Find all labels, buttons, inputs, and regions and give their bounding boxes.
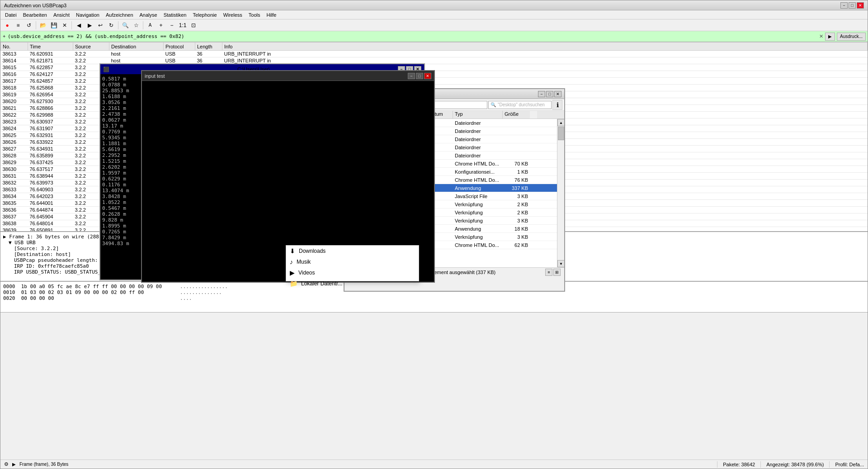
- file-type: Anwendung: [453, 185, 503, 191]
- menu-bar: Datei Bearbeiten Ansicht Navigation Aufz…: [0, 10, 868, 19]
- menu-navigation[interactable]: Navigation: [73, 11, 102, 19]
- filter-input[interactable]: [8, 33, 411, 41]
- menu-tools[interactable]: Tools: [246, 11, 263, 19]
- scroll-thumb[interactable]: [558, 127, 564, 140]
- col-len[interactable]: Length: [195, 43, 222, 51]
- info-icon-btn[interactable]: ℹ: [552, 100, 562, 110]
- toolbar-sep4: [143, 21, 143, 29]
- input-title-btns: − □ ✕: [408, 73, 431, 79]
- explorer-minimize-btn[interactable]: −: [538, 91, 545, 97]
- explorer-view-btns: ≡ ⊞: [545, 269, 561, 276]
- input-minimize-btn[interactable]: −: [408, 73, 415, 79]
- filter-label: ✦: [2, 34, 6, 39]
- explorer-search-box[interactable]: 🔍 "Desktop" durchsuchen: [488, 101, 552, 109]
- filter-bar: ✦ ✕ ▶ Ausdruck...: [0, 31, 868, 42]
- status-displayed: Angezeigt: 38478 (99.6%): [766, 462, 824, 467]
- file-size: 3 KB: [503, 218, 530, 224]
- file-type: Verknüpfung: [453, 218, 503, 224]
- toolbar-back-btn[interactable]: ◀: [74, 20, 84, 30]
- filter-ausdruck-btn[interactable]: Ausdruck...: [837, 33, 866, 41]
- toolbar-zoom-reset-btn[interactable]: 1:1: [178, 20, 188, 30]
- menu-analyse[interactable]: Analyse: [137, 11, 160, 19]
- scroll-placeholder: [530, 111, 537, 118]
- dropdown-icon: ♪: [290, 258, 293, 265]
- file-type: Dateiordner: [453, 136, 503, 142]
- scroll-down-btn[interactable]: ▼: [557, 260, 564, 267]
- menu-telephonie[interactable]: Telephonie: [190, 11, 219, 19]
- menu-datei[interactable]: Datei: [2, 11, 19, 19]
- menu-ansicht[interactable]: Ansicht: [51, 11, 72, 19]
- input-close-btn[interactable]: ✕: [424, 73, 431, 79]
- hex-left: 0000 1b 00 a0 05 fc ae 8c e7 ff ff 00 00…: [3, 284, 162, 310]
- toolbar-restart-btn[interactable]: ↺: [24, 20, 34, 30]
- toolbar-goto-btn[interactable]: ↩: [95, 20, 105, 30]
- file-type: Verknüpfung: [453, 201, 503, 208]
- view-detail-btn[interactable]: ⊞: [553, 269, 561, 276]
- status-ready: ▶: [12, 462, 16, 467]
- file-size: [503, 139, 530, 140]
- col-proto[interactable]: Protocol: [164, 43, 195, 51]
- col-header-type[interactable]: Typ: [453, 111, 503, 118]
- maximize-button[interactable]: □: [849, 2, 856, 9]
- explorer-scrollbar[interactable]: ▲ ▼: [557, 119, 564, 267]
- app-title: Aufzeichnen von USBPcap3: [4, 3, 66, 8]
- file-type: JavaScript File: [453, 193, 503, 199]
- view-list-btn[interactable]: ≡: [545, 269, 552, 276]
- explorer-close-btn[interactable]: ✕: [554, 91, 561, 97]
- table-row[interactable]: 38613 76.620931 3.2.2 host USB 36 URB_IN…: [1, 51, 868, 57]
- toolbar-close-btn[interactable]: ✕: [60, 20, 70, 30]
- toolbar-stop-btn[interactable]: ■: [13, 20, 23, 30]
- toolbar-sep3: [118, 21, 118, 29]
- file-type: Verknüpfung: [453, 209, 503, 216]
- file-size: 76 KB: [503, 177, 530, 183]
- dropdown-item[interactable]: 📁Lokaler Datentr...: [286, 278, 419, 289]
- file-type: Chrome HTML Do...: [453, 161, 503, 167]
- scroll-up-btn[interactable]: ▲: [557, 119, 564, 126]
- toolbar-colorize-btn[interactable]: A: [145, 20, 155, 30]
- explorer-maximize-btn[interactable]: □: [546, 91, 553, 97]
- dropdown-label: Musik: [297, 259, 311, 265]
- menu-statistiken[interactable]: Statistiken: [161, 11, 189, 19]
- file-size: 62 KB: [503, 242, 530, 248]
- menu-hilfe[interactable]: Hilfe: [264, 11, 279, 19]
- col-dest[interactable]: Destination: [109, 43, 164, 51]
- col-info[interactable]: Info: [222, 43, 868, 51]
- file-type: Dateiordner: [453, 152, 503, 159]
- col-source[interactable]: Source: [73, 43, 109, 51]
- status-frame-info: Frame (frame), 36 Bytes: [19, 462, 68, 467]
- toolbar-zoom-in-btn[interactable]: +: [156, 20, 166, 30]
- input-maximize-btn[interactable]: □: [416, 73, 423, 79]
- dropdown-icon: 📁: [290, 280, 297, 287]
- filter-apply-btn[interactable]: ▶: [825, 33, 835, 41]
- search-icon: 🔍: [491, 102, 496, 107]
- dropdown-label: Videos: [298, 270, 315, 276]
- toolbar-find-btn[interactable]: 🔍: [120, 20, 130, 30]
- dropdown-item[interactable]: ⬇Downloads: [286, 246, 419, 256]
- close-button[interactable]: ✕: [857, 2, 864, 9]
- file-type: Dateiordner: [453, 120, 503, 126]
- toolbar-resize-btn[interactable]: ⊡: [189, 20, 198, 30]
- dropdown-icon: ⬇: [290, 247, 295, 255]
- file-size: 337 KB: [503, 185, 530, 191]
- toolbar: ● ■ ↺ 📂 💾 ✕ ◀ ▶ ↩ ↻ 🔍 ☆ A + − 1:1 ⊡: [0, 19, 868, 31]
- file-type: Dateiordner: [453, 144, 503, 151]
- toolbar-refresh-btn[interactable]: ↻: [106, 20, 116, 30]
- toolbar-record-btn[interactable]: ●: [2, 20, 12, 30]
- col-header-size[interactable]: Größe: [503, 111, 530, 118]
- dropdown-item[interactable]: ♪Musik: [286, 256, 419, 267]
- toolbar-fwd-btn[interactable]: ▶: [85, 20, 94, 30]
- toolbar-open-btn[interactable]: 📂: [38, 20, 48, 30]
- minimize-button[interactable]: −: [840, 2, 848, 9]
- input-title-bar: input test − □ ✕: [142, 71, 434, 81]
- col-time[interactable]: Time: [28, 43, 73, 51]
- menu-bearbeiten[interactable]: Bearbeiten: [20, 11, 50, 19]
- file-size: 2 KB: [503, 209, 530, 216]
- toolbar-mark-btn[interactable]: ☆: [131, 20, 141, 30]
- toolbar-zoom-out-btn[interactable]: −: [167, 20, 177, 30]
- dropdown-item[interactable]: ▶Videos: [286, 267, 419, 278]
- menu-aufzeichnen[interactable]: Aufzeichnen: [103, 11, 136, 19]
- clear-filter-btn[interactable]: ✕: [819, 33, 823, 39]
- menu-wireless[interactable]: Wireless: [221, 11, 245, 19]
- toolbar-save-btn[interactable]: 💾: [49, 20, 59, 30]
- col-no[interactable]: No.: [1, 43, 28, 51]
